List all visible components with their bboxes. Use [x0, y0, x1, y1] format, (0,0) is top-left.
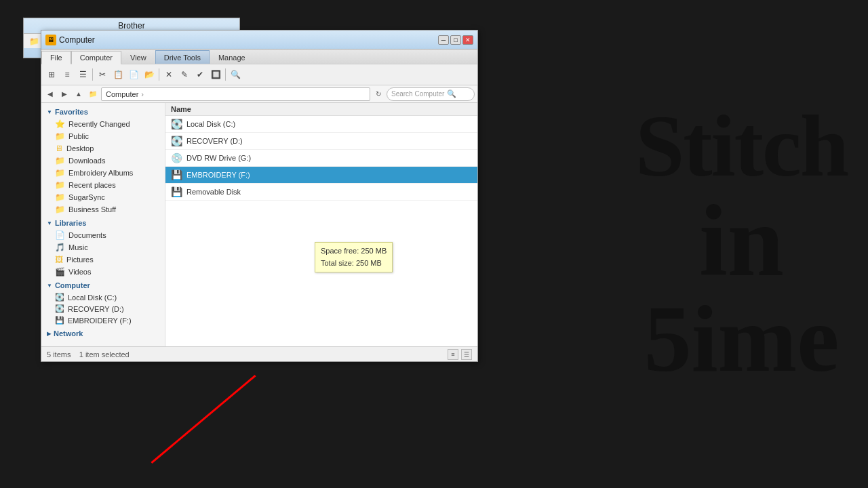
computer-sidebar-label: Computer: [55, 281, 90, 289]
brother-tb-btn-1[interactable]: 📁: [26, 34, 41, 49]
recovery-d-label: RECOVERY (D:): [68, 305, 124, 313]
toolbar-list-btn[interactable]: ≡: [60, 67, 75, 82]
items-count: 5 items: [47, 350, 71, 359]
ribbon-tabs: File Computer View Drive Tools Manage: [41, 49, 477, 64]
address-chevron: ›: [141, 90, 144, 98]
sidebar-header-computer[interactable]: ▼ Computer: [41, 279, 165, 291]
file-icon-embroidery-f: 💾: [171, 169, 182, 180]
toolbar-paste-btn[interactable]: 📄: [126, 67, 141, 82]
sugarsync-label: SugarSync: [68, 193, 105, 201]
file-item-local-disk-c[interactable]: 💽 Local Disk (C:): [165, 116, 477, 133]
window-title: Computer: [59, 35, 95, 45]
file-item-removable-disk[interactable]: 💾 Removable Disk: [165, 184, 477, 201]
public-icon: 📁: [55, 131, 65, 141]
videos-icon: 🎬: [55, 267, 65, 277]
view-list-btn[interactable]: ≡: [448, 349, 458, 360]
sidebar-section-libraries: ▼ Libraries 📄 Documents 🎵 Music 🖼 Pictur…: [41, 217, 165, 278]
minimize-button[interactable]: ─: [438, 35, 449, 45]
toolbar-prop-btn[interactable]: 🔲: [208, 67, 223, 82]
sidebar-item-public[interactable]: 📁 Public: [41, 130, 165, 142]
tab-view[interactable]: View: [121, 50, 155, 64]
ribbon-toolbar: ⊞ ≡ ☰ ✂ 📋 📄 📂 ✕ ✎ ✔ 🔲 🔍: [41, 64, 477, 85]
file-name-recovery-d: RECOVERY (D:): [186, 137, 243, 145]
tab-computer[interactable]: Computer: [71, 51, 121, 64]
bg-stitch-text: Stitch in 5ime: [635, 102, 848, 386]
sidebar-item-videos[interactable]: 🎬 Videos: [41, 266, 165, 278]
tooltip-space-free: Space free: 250 MB: [321, 245, 387, 258]
sidebar-item-sugarsync[interactable]: 📁 SugarSync: [41, 191, 165, 203]
toolbar-delete-btn[interactable]: ✕: [161, 67, 176, 82]
sidebar-section-computer: ▼ Computer 💽 Local Disk (C:) 💽 RECOVERY …: [41, 279, 165, 326]
search-box[interactable]: Search Computer 🔍: [387, 87, 475, 101]
column-name: Name: [171, 105, 191, 113]
toolbar-details-btn[interactable]: ☰: [75, 67, 90, 82]
documents-label: Documents: [68, 231, 106, 239]
recent-places-icon: 📁: [55, 180, 65, 190]
status-bar: 5 items 1 item selected ≡ ☰: [41, 346, 477, 361]
business-stuff-icon: 📁: [55, 205, 65, 214]
view-details-btn[interactable]: ☰: [461, 349, 472, 360]
folder-icon-nav: 📁: [87, 88, 99, 100]
file-list-header: Name: [165, 103, 477, 116]
drive-tooltip: Space free: 250 MB Total size: 250 MB: [315, 242, 393, 272]
recently-changed-icon: ⭐: [55, 119, 65, 129]
back-button[interactable]: ◀: [44, 88, 56, 100]
maximize-button[interactable]: □: [450, 35, 461, 45]
sidebar-item-downloads[interactable]: 📁 Downloads: [41, 155, 165, 167]
up-button[interactable]: ▲: [73, 88, 85, 100]
tab-file[interactable]: File: [41, 51, 71, 64]
favorites-arrow: ▼: [47, 109, 52, 115]
recent-places-label: Recent places: [68, 181, 116, 189]
sugarsync-icon: 📁: [55, 192, 65, 202]
forward-button[interactable]: ▶: [58, 88, 71, 100]
toolbar-search-btn[interactable]: 🔍: [228, 67, 243, 82]
address-bar: ◀ ▶ ▲ 📁 Computer › ↻ Search Computer 🔍: [41, 85, 477, 103]
sidebar-item-embroidery-albums[interactable]: 📁 Embroidery Albums: [41, 167, 165, 179]
file-item-recovery-d[interactable]: 💽 RECOVERY (D:): [165, 133, 477, 150]
network-arrow: ▶: [47, 331, 51, 337]
embroidery-albums-label: Embroidery Albums: [68, 169, 133, 177]
sidebar-item-local-disk-c[interactable]: 💽 Local Disk (C:): [41, 291, 165, 303]
libraries-arrow: ▼: [47, 220, 52, 226]
embroidery-f-label: EMBROIDERY (F:): [68, 317, 132, 325]
toolbar-move-btn[interactable]: 📂: [142, 67, 157, 82]
toolbar-cut-btn[interactable]: ✂: [95, 67, 110, 82]
file-name-removable-disk: Removable Disk: [186, 188, 241, 196]
title-bar: 🖥 Computer ─ □ ✕: [41, 30, 477, 49]
toolbar-rename-btn[interactable]: ✎: [177, 67, 192, 82]
sidebar-header-network[interactable]: ▶ Network: [41, 327, 165, 340]
close-button[interactable]: ✕: [462, 35, 473, 45]
explorer-icon: 🖥: [45, 35, 56, 45]
sidebar-item-recovery-d[interactable]: 💽 RECOVERY (D:): [41, 303, 165, 314]
sidebar-item-music[interactable]: 🎵 Music: [41, 241, 165, 253]
favorites-label: Favorites: [55, 108, 88, 116]
sidebar-header-favorites[interactable]: ▼ Favorites: [41, 106, 165, 118]
local-disk-c-icon: 💽: [55, 293, 64, 302]
file-name-local-disk-c: Local Disk (C:): [186, 120, 235, 128]
music-label: Music: [68, 243, 88, 251]
sidebar-item-pictures[interactable]: 🖼 Pictures: [41, 253, 165, 266]
file-item-embroidery-f[interactable]: 💾 EMBROIDERY (F:): [165, 167, 477, 184]
downloads-label: Downloads: [68, 157, 105, 165]
search-icon: 🔍: [447, 89, 456, 98]
tab-manage[interactable]: Manage: [210, 50, 254, 64]
file-item-dvd-rw-g[interactable]: 💿 DVD RW Drive (G:): [165, 150, 477, 167]
sidebar-header-libraries[interactable]: ▼ Libraries: [41, 217, 165, 229]
address-path-box[interactable]: Computer ›: [101, 87, 370, 101]
file-icon-removable-disk: 💾: [171, 186, 182, 197]
bg-diagonal-line: [151, 375, 256, 464]
tab-drive-tools[interactable]: Drive Tools: [155, 50, 210, 64]
toolbar-grid-btn[interactable]: ⊞: [44, 67, 59, 82]
sidebar-item-recent-places[interactable]: 📁 Recent places: [41, 179, 165, 191]
sidebar-item-desktop[interactable]: 🖥 Desktop: [41, 142, 165, 155]
file-name-dvd-rw-g: DVD RW Drive (G:): [186, 154, 251, 162]
documents-icon: 📄: [55, 230, 65, 240]
refresh-button[interactable]: ↻: [372, 88, 384, 100]
toolbar-new-btn[interactable]: ✔: [193, 67, 208, 82]
search-placeholder: Search Computer: [391, 90, 444, 98]
toolbar-copy-btn[interactable]: 📋: [111, 67, 125, 82]
sidebar-item-business-stuff[interactable]: 📁 Business Stuff: [41, 203, 165, 216]
sidebar-item-documents[interactable]: 📄 Documents: [41, 229, 165, 241]
sidebar-item-embroidery-f[interactable]: 💾 EMBROIDERY (F:): [41, 314, 165, 326]
sidebar-item-recently-changed[interactable]: ⭐ Recently Changed: [41, 118, 165, 130]
